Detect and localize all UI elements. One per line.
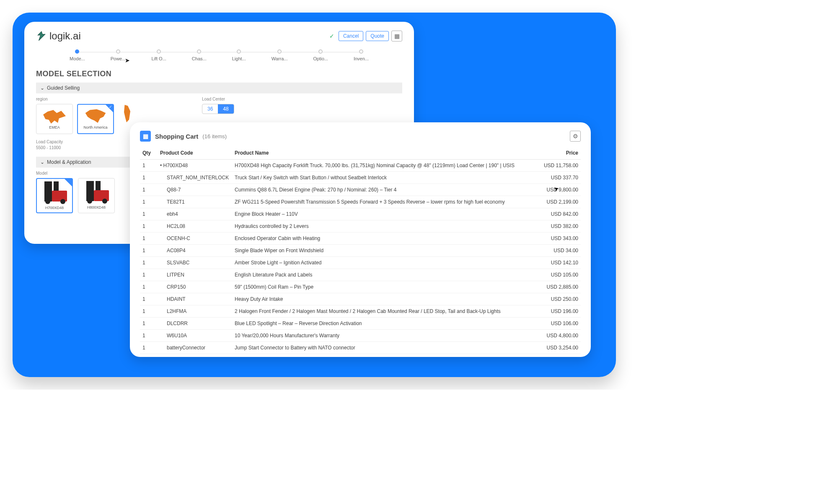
table-row[interactable]: 1ebh4Engine Block Heater – 110VUSD 842.0… [140, 208, 581, 220]
cell-qty: 1 [140, 245, 157, 257]
table-row[interactable]: 1HDAINTHeavy Duty Air IntakeUSD 250.00 [140, 293, 581, 305]
load-center-option-36[interactable]: 36 [202, 104, 218, 114]
col-price: Price [538, 147, 581, 160]
cell-code: SLSVABC [157, 257, 232, 269]
step-lift[interactable]: Lift O... [151, 49, 166, 61]
cell-price: USD 142.10 [538, 257, 581, 269]
step-chassis[interactable]: Chas... [192, 49, 207, 61]
chevron-down-icon: ⌄ [40, 85, 44, 91]
cell-price: USD 382.00 [538, 220, 581, 233]
cell-qty: 1 [140, 305, 157, 318]
cell-price: USD 11,758.00 [538, 160, 581, 172]
cell-price: USD 2,199.00 [538, 196, 581, 208]
load-center-option-48[interactable]: 48 [218, 104, 233, 114]
cell-name: Cummins Q88 6.7L Diesel Engine (Peak: 27… [232, 184, 538, 196]
cart-table: Qty Product Code Product Name Price 1• H… [140, 147, 581, 357]
model-option-h700xd48[interactable]: H700XD48 [36, 178, 73, 213]
quote-button[interactable]: Quote [366, 31, 389, 41]
cell-name: English Literature Pack and Labels [232, 269, 538, 281]
cart-icon: ▦ [140, 131, 151, 142]
cell-name: Engine Block Heater – 110V [232, 208, 538, 220]
cell-code: batteryConnector [157, 342, 232, 354]
table-row[interactable]: 1• H700XD48H700XD48 High Capacity Forkli… [140, 160, 581, 172]
cell-qty: 1 [140, 184, 157, 196]
step-model[interactable]: Mode... [70, 49, 85, 61]
table-row[interactable]: 1HC2L08Hydraulics controlled by 2 Levers… [140, 220, 581, 233]
cell-price: USD 105.00 [538, 269, 581, 281]
cell-price: USD 106.00 [538, 318, 581, 330]
logo-icon [36, 31, 47, 41]
step-warranty[interactable]: Warra... [272, 49, 288, 61]
cell-code: W6U10A [157, 330, 232, 342]
table-row[interactable]: 1OCENH-CEnclosed Operator Cabin with Hea… [140, 233, 581, 245]
cell-code: Q88-7 [157, 184, 232, 196]
table-row[interactable]: 1START_NOM_INTERLOCKTruck Start / Key Sw… [140, 172, 581, 184]
table-row[interactable]: 1L2HFMA2 Halogen Front Fender / 2 Haloge… [140, 305, 581, 318]
guided-selling-header[interactable]: ⌄ Guided Selling [36, 83, 402, 93]
cell-name: 2 Halogen Front Fender / 2 Halogen Mast … [232, 305, 538, 318]
step-lights[interactable]: Light... [232, 49, 246, 61]
cell-name: Jump Start Connector to Battery with NAT… [232, 342, 538, 354]
cell-code: HDAINT [157, 293, 232, 305]
cell-name: Truck Start / Key Switch with Start Butt… [232, 172, 538, 184]
step-inventory[interactable]: Inven... [354, 49, 369, 61]
cell-qty: 1 [140, 172, 157, 184]
cell-code: • H700XD48 [157, 160, 232, 172]
cell-price: USD 34.00 [538, 245, 581, 257]
step-options[interactable]: Optio... [313, 49, 328, 61]
col-qty: Qty [140, 147, 157, 160]
table-row[interactable]: 1LITPENEnglish Literature Pack and Label… [140, 269, 581, 281]
cart-title: Shopping Cart [155, 133, 198, 140]
cell-qty: 1 [140, 281, 157, 293]
load-center-selector: 36 48 [202, 104, 234, 114]
shopping-cart-panel: ▦ Shopping Cart (16 items) ⚙ Qty Product… [130, 122, 591, 357]
layout-toggle-button[interactable]: ▦ [391, 31, 402, 41]
cell-qty: 1 [140, 160, 157, 172]
table-row[interactable]: 1DLCDRRBlue LED Spotlight – Rear – Rever… [140, 318, 581, 330]
cell-name: Amber Strobe Light – Ignition Activated [232, 257, 538, 269]
cell-name: Heavy Duty Air Intake [232, 293, 538, 305]
table-row[interactable]: 1CRP15059" (1500mm) Coil Ram – Pin TypeU… [140, 281, 581, 293]
chevron-down-icon: ⌄ [40, 159, 44, 165]
table-row[interactable]: 1Q88-7Cummins Q88 6.7L Diesel Engine (Pe… [140, 184, 581, 196]
cart-settings-button[interactable]: ⚙ [570, 131, 581, 142]
table-row[interactable]: 1AC08P4Single Blade Wiper on Front Winds… [140, 245, 581, 257]
region-option-emea[interactable]: EMEA [36, 104, 73, 134]
cell-qty: 1 [140, 293, 157, 305]
cell-code: START_NOM_INTERLOCK [157, 172, 232, 184]
brand-name: logik.ai [49, 30, 81, 42]
cell-name: H700XD48 High Capacity Forklift Truck. 7… [232, 160, 538, 172]
table-row[interactable]: 1SLSVABCAmber Strobe Light – Ignition Ac… [140, 257, 581, 269]
brand-logo: logik.ai [36, 30, 81, 42]
cell-code: HC2L08 [157, 220, 232, 233]
table-row[interactable]: 1batteryConnectorJump Start Connector to… [140, 342, 581, 354]
cell-qty: 1 [140, 330, 157, 342]
cell-price: USD 343.00 [538, 233, 581, 245]
validation-check-icon: ✓ [329, 33, 334, 39]
cursor-icon: ➤ [125, 57, 130, 64]
cell-name: Single Blade Wiper on Front Windshield [232, 245, 538, 257]
cell-qty: 1 [140, 233, 157, 245]
cell-code: ebh4 [157, 208, 232, 220]
table-row[interactable]: 1W6U10A10 Year/20,000 Hours Manufacturer… [140, 330, 581, 342]
table-row[interactable]: 1TE82T1ZF WG211 5-Speed Powershift Trans… [140, 196, 581, 208]
cell-qty: 1 [140, 269, 157, 281]
map-latam-icon [120, 104, 133, 122]
cart-item-count: (16 items) [202, 133, 227, 140]
region-option-north-america[interactable]: North America [77, 104, 114, 134]
cell-name: ZF WG211 5-Speed Powershift Transmission… [232, 196, 538, 208]
cell-code: TE82T1 [157, 196, 232, 208]
step-progress: Mode... Powe... ➤ Lift O... Chas... Ligh… [36, 49, 402, 61]
map-na-icon [84, 109, 107, 124]
step-power[interactable]: Powe... ➤ [111, 49, 126, 61]
cell-price: USD 2,885.00 [538, 281, 581, 293]
cell-price: USD 337.70 [538, 172, 581, 184]
model-option-h800xd48[interactable]: H800XD48 [78, 178, 115, 213]
cell-qty: 1 [140, 196, 157, 208]
cancel-button[interactable]: Cancel [339, 31, 363, 41]
cell-qty: 1 [140, 208, 157, 220]
cell-price: USD 196.00 [538, 305, 581, 318]
cell-code: DLCDRR [157, 318, 232, 330]
cell-price: USD 4,800.00 [538, 330, 581, 342]
cell-price: USD 3,254.00 [538, 342, 581, 354]
